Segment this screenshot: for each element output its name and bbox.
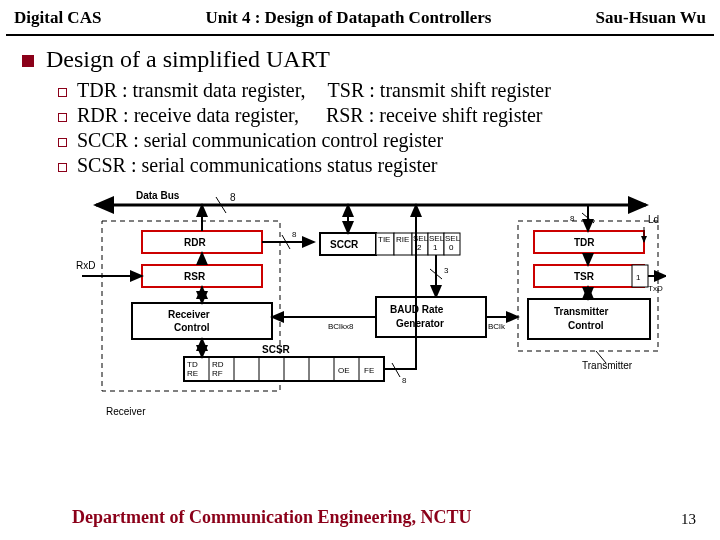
label-ld: Ld <box>648 214 659 225</box>
label-sccr: SCCR <box>330 239 359 250</box>
uart-block-diagram: Data Bus 8 Receiver RDR 8 RSR RxD Receiv… <box>76 187 698 441</box>
label-rx-ctrl-1: Receiver <box>168 309 210 320</box>
svg-text:3: 3 <box>444 266 449 275</box>
bullet-icon <box>22 55 34 67</box>
label-tdr: TDR <box>574 237 595 248</box>
svg-text:SEL: SEL <box>445 234 461 243</box>
header-right: Sau-Hsuan Wu <box>596 8 706 28</box>
subbullet-icon <box>58 163 67 172</box>
label-txd: TxD <box>648 284 663 293</box>
label-rxd: RxD <box>76 260 95 271</box>
label-bus-width: 8 <box>230 192 236 203</box>
svg-text:2: 2 <box>417 243 422 252</box>
label-scsr: SCSR <box>262 344 291 355</box>
label-data-bus: Data Bus <box>136 190 180 201</box>
subbullet-icon <box>58 113 67 122</box>
svg-text:OE: OE <box>338 366 350 375</box>
svg-text:8: 8 <box>402 376 407 385</box>
svg-text:1: 1 <box>636 273 641 282</box>
svg-text:TIE: TIE <box>378 235 390 244</box>
label-bclk: BClk <box>488 322 506 331</box>
footer-dept: Department of Communication Engineering,… <box>72 507 471 528</box>
label-receiver: Receiver <box>106 406 146 417</box>
subbullet-icon <box>58 88 67 97</box>
svg-text:Transmitter: Transmitter <box>554 306 609 317</box>
slide-title: Design of a simplified UART <box>46 46 330 73</box>
svg-text:RIE: RIE <box>396 235 409 244</box>
label-rsr: RSR <box>184 271 206 282</box>
bullet-4: SCSR : serial communications status regi… <box>77 154 438 177</box>
page-number: 13 <box>681 511 696 528</box>
header-rule <box>6 34 714 36</box>
svg-text:RE: RE <box>187 369 198 378</box>
slide-content: Design of a simplified UART TDR : transm… <box>0 46 720 441</box>
bullet-2: RDR : receive data register, RSR : recei… <box>77 104 543 127</box>
svg-text:RD: RD <box>212 360 224 369</box>
header-center: Unit 4 : Design of Datapath Controllers <box>101 8 595 28</box>
header-left: Digital CAS <box>14 8 101 28</box>
svg-text:Generator: Generator <box>396 318 444 329</box>
label-rdr: RDR <box>184 237 206 248</box>
bullet-3: SCCR : serial communication control regi… <box>77 129 443 152</box>
svg-text:RF: RF <box>212 369 223 378</box>
label-tsr: TSR <box>574 271 595 282</box>
svg-text:Control: Control <box>568 320 604 331</box>
svg-rect-64 <box>528 299 650 339</box>
label-rx-ctrl-2: Control <box>174 322 210 333</box>
label-rdr-width: 8 <box>292 230 297 239</box>
svg-text:1: 1 <box>433 243 438 252</box>
bullet-1: TDR : transmit data register,TSR : trans… <box>77 79 551 102</box>
subbullet-icon <box>58 138 67 147</box>
svg-text:8: 8 <box>570 214 575 223</box>
svg-text:TD: TD <box>187 360 198 369</box>
svg-text:0: 0 <box>449 243 454 252</box>
svg-text:SEL: SEL <box>429 234 445 243</box>
label-bclkx8: BClkx8 <box>328 322 354 331</box>
label-transmitter: Transmitter <box>582 360 633 371</box>
svg-rect-30 <box>376 297 486 337</box>
svg-text:FE: FE <box>364 366 374 375</box>
